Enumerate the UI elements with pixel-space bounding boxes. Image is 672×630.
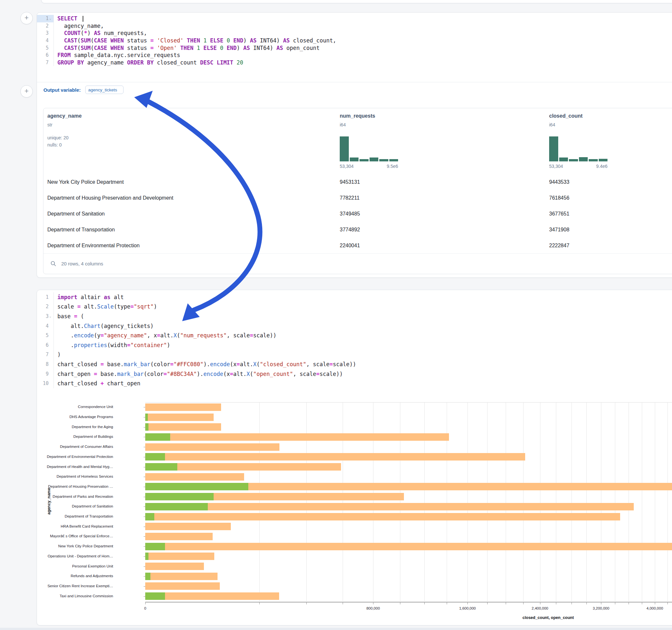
- bar-open-count: [145, 493, 214, 500]
- code-line: 6⌄FROM sample_data.nyc.service_requests: [37, 51, 672, 59]
- x-axis-tick: [145, 602, 146, 604]
- cell-agency_name: New York City Police Department: [47, 174, 124, 190]
- cell-closed_count: 3677651: [549, 206, 569, 222]
- x-axis-tick: [400, 602, 400, 604]
- line-number: 10⌄: [37, 379, 54, 388]
- x-axis-tick: [447, 602, 447, 604]
- output-variable-pill[interactable]: agency_tickets: [85, 86, 123, 94]
- x-axis-tick: [572, 602, 572, 604]
- x-axis-tick: [487, 602, 487, 604]
- line-number: 1⌄: [37, 292, 54, 302]
- fold-chevron-icon[interactable]: ⌄: [49, 315, 51, 318]
- chart-gridline: [424, 402, 425, 601]
- line-number: 3⌄: [37, 29, 54, 37]
- bar-open-count: [145, 513, 154, 520]
- chart-gridline: [259, 402, 260, 601]
- code-text: CAST(SUM(CASE WHEN status = 'Closed' THE…: [54, 37, 336, 44]
- bar-closed-count: [145, 423, 221, 431]
- bar-open-count: [145, 573, 150, 580]
- previous-cell-edge: [41, 0, 672, 3]
- bar-closed-count: [145, 453, 525, 461]
- code-line: 9⌄chart_open = base.mark_bar(color="#8BC…: [37, 369, 672, 379]
- bar-closed-count: [145, 503, 634, 510]
- code-line: 4⌄ alt.Chart(agency_tickets): [37, 321, 672, 331]
- table-row: New York City Police Department945313194…: [44, 174, 672, 190]
- table-dimensions-text: 20 rows, 4 columns: [61, 261, 103, 266]
- code-line: 5⌄ CAST(SUM(CASE WHEN status = 'Open' TH…: [37, 44, 672, 51]
- y-axis-label: Operations Unit - Department of Hom…: [37, 554, 113, 558]
- code-text: SELECT: [54, 15, 83, 22]
- line-number: 4⌄: [37, 321, 54, 331]
- table-row: Department of Housing Preservation and D…: [44, 190, 672, 206]
- x-axis-tick: [586, 602, 587, 604]
- bar-open-count: [145, 543, 165, 550]
- bar-open-count: [145, 413, 148, 421]
- y-axis-label: New York City Police Department: [37, 544, 113, 548]
- sql-cell: 1⌄SELECT 2⌄ agency_name,3⌄ COUNT(*) AS n…: [37, 12, 672, 278]
- cell-num_requests: 2240041: [340, 238, 360, 253]
- code-text: .properties(width="container"): [54, 342, 170, 348]
- bar-open-count: [145, 453, 165, 461]
- search-icon[interactable]: [51, 261, 56, 266]
- page-bottom-band: [0, 628, 672, 630]
- hist-max-label: 9.4e6: [596, 164, 607, 169]
- cell-closed_count: 3471908: [549, 222, 569, 238]
- bar-open-count: [145, 503, 208, 510]
- x-axis-tick-label: 4,000,000: [646, 606, 663, 610]
- x-axis-tick: [424, 602, 425, 604]
- bar-open-count: [145, 553, 148, 560]
- code-text: COUNT(*) AS num_requests,: [54, 30, 147, 36]
- x-axis-tick: [628, 602, 629, 604]
- code-text: ): [54, 351, 61, 358]
- cell-agency_name: Department of Sanitation: [47, 206, 105, 222]
- y-axis-label: Department of Consumer Affairs: [37, 445, 113, 449]
- cell-closed_count: 7618456: [549, 190, 569, 206]
- code-line: 2⌄ agency_name,: [37, 22, 672, 30]
- code-text: import altair as alt: [54, 294, 124, 300]
- column-stat: nulls: 0: [47, 142, 62, 147]
- add-cell-button-output[interactable]: +: [20, 85, 33, 98]
- code-line: 8⌄chart_closed = base.mark_bar(color="#F…: [37, 359, 672, 369]
- text-cursor: [83, 16, 83, 22]
- x-axis-tick: [615, 602, 615, 604]
- column-header-closed_count[interactable]: closed_counti6453,3049.4e6: [549, 108, 672, 174]
- output-variable-label: Output variable:: [44, 87, 81, 93]
- line-number: 9⌄: [37, 369, 54, 379]
- cell-agency_name: Department of Housing Preservation and D…: [47, 190, 173, 206]
- chart-gridline: [668, 402, 668, 601]
- table-footer: 20 rows, 4 columns: [44, 253, 672, 274]
- chart-gridline: [343, 402, 343, 601]
- python-code-editor[interactable]: 1⌄import altair as alt2⌄scale = alt.Scal…: [37, 290, 672, 388]
- code-text: FROM sample_data.nyc.service_requests: [54, 52, 180, 58]
- code-text: chart_closed = base.mark_bar(color="#FFC…: [54, 361, 356, 367]
- chart-gridline: [628, 402, 629, 601]
- bar-closed-count: [145, 553, 214, 560]
- hist-min-label: 53,304: [340, 164, 354, 169]
- column-header-agency_name[interactable]: agency_namestrunique: 20nulls: 0: [47, 108, 222, 174]
- y-axis-label: Refunds and Adjustments: [37, 574, 113, 578]
- x-axis-tick: [601, 602, 601, 604]
- x-axis-tick: [373, 602, 374, 604]
- x-axis-tick: [259, 602, 260, 604]
- add-cell-button-top[interactable]: +: [20, 12, 33, 24]
- chart-gridline: [506, 402, 506, 601]
- y-axis-label: DHS Advantage Programs: [37, 415, 113, 419]
- x-axis-line: [145, 602, 672, 602]
- chart-gridline: [601, 402, 601, 601]
- fold-chevron-icon[interactable]: ⌄: [49, 17, 51, 20]
- column-name: closed_count: [549, 113, 582, 119]
- x-axis-tick-label: 3,200,000: [593, 606, 609, 610]
- bar-open-count: [145, 483, 248, 490]
- chart-gridline: [306, 402, 307, 601]
- code-line: 5⌄ .encode(y="agency_name", x=alt.X("num…: [37, 331, 672, 340]
- y-axis-label: Department of Health and Mental Hyg…: [37, 465, 113, 468]
- bar-closed-count: [145, 523, 231, 530]
- code-text: chart_open = base.mark_bar(color="#8BC34…: [54, 371, 343, 377]
- column-header-num_requests[interactable]: num_requestsi6453,3049.5e6: [340, 108, 515, 174]
- table-row: Department of Sanitation37494853677651: [44, 206, 672, 222]
- line-number: 6⌄: [37, 51, 54, 59]
- code-text: GROUP BY agency_name ORDER BY closed_cou…: [54, 59, 243, 66]
- output-variable-row: Output variable: agency_tickets: [37, 82, 672, 97]
- sql-code-editor[interactable]: 1⌄SELECT 2⌄ agency_name,3⌄ COUNT(*) AS n…: [37, 13, 672, 66]
- y-axis-label: Mayorâ€ s Office of Special Enforce…: [37, 534, 113, 538]
